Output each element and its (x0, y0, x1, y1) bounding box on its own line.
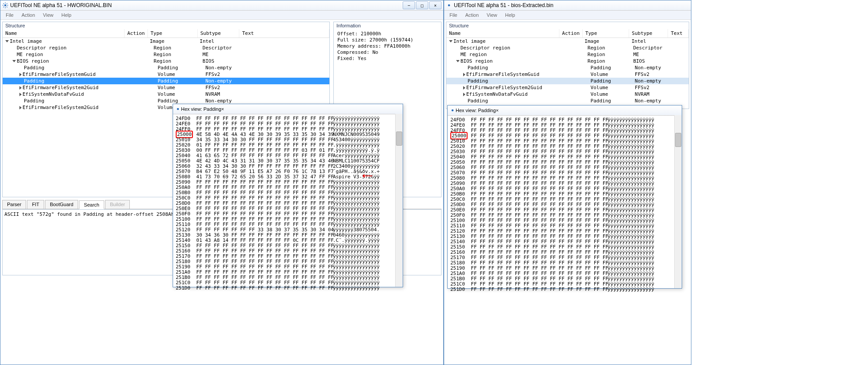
tab-fit[interactable]: FIT (27, 200, 44, 209)
hex-ascii: ÿÿÿÿÿÿÿÿÿÿÿÿÿÿÿÿ (330, 286, 380, 291)
structure-label: Structure (446, 22, 689, 29)
menu-action[interactable]: Action (18, 11, 39, 19)
tree-row[interactable]: Intel imageImageIntel (3, 38, 329, 45)
minimize-button[interactable]: − (403, 1, 415, 9)
tree-row[interactable]: BIOS regionRegionBIOS (3, 58, 329, 64)
tree-row[interactable]: Intel imageImageIntel (446, 38, 689, 45)
tree-row[interactable]: EfiSystemNvDataFvGuidVolumeNVRAM (3, 91, 329, 98)
hex-view-window-left[interactable]: Hex view: Padding × 24FD0 FF FF FF FF FF… (173, 104, 403, 287)
expand-icon[interactable] (19, 73, 22, 76)
tree-body[interactable]: Intel imageImageIntelDescriptor regionRe… (446, 38, 689, 109)
hex-offset: 251D0 (450, 287, 468, 292)
tree-node-name: ME region (17, 52, 43, 57)
tree-node-name: Intel image (453, 38, 486, 44)
tree-node-name: EfiFirmwareFileSystem2Guid (466, 85, 542, 90)
menu-view[interactable]: View (39, 11, 57, 19)
expand-icon[interactable] (19, 93, 22, 96)
menubar: FileActionViewHelp (444, 11, 691, 20)
tree-node-name: EfiFirmwareFileSystem2Guid (23, 85, 98, 90)
tree-row[interactable]: ME regionRegionME (446, 51, 689, 58)
information-text[interactable]: Offset: 210000h Full size: 27000h (15974… (334, 29, 441, 64)
app-icon (2, 2, 8, 8)
tab-bootguard[interactable]: BootGuard (45, 200, 78, 209)
tree-row[interactable]: EfiFirmwareFileSystemGuidVolumeFFSv2 (3, 71, 329, 78)
hex-body[interactable]: 24FD0 FF FF FF FF FF FF FF FF FF FF FF F… (448, 116, 682, 294)
maximize-button[interactable]: □ (416, 1, 428, 9)
hex-view-window-right[interactable]: Hex view: Padding × 24FD0 FF FF FF FF FF… (447, 105, 682, 289)
tree-row[interactable]: ME regionRegionME (3, 51, 329, 58)
menu-action[interactable]: Action (462, 11, 483, 19)
tree-row[interactable]: EfiFirmwareFileSystem2GuidVolumeFFSv2 (3, 84, 329, 91)
tree-row[interactable]: EfiFirmwareFileSystem2GuidVolumeFFSv2 (446, 84, 689, 91)
tree-row[interactable]: BIOS regionRegionBIOS (446, 58, 689, 64)
structure-panel: Structure NameActionTypeSubtypeText Inte… (446, 22, 689, 109)
tree-header[interactable]: NameActionTypeSubtypeText (3, 29, 329, 38)
hex-close-button[interactable]: × (221, 106, 224, 112)
hex-bytes: FF FF FF FF FF FF FF FF FF FF FF FF FF F… (193, 286, 330, 291)
tree-node-name: ME region (460, 52, 487, 57)
titlebar-right[interactable]: UEFITool NE alpha 51 - bios-Extracted.bi… (444, 0, 691, 11)
titlebar-left[interactable]: UEFITool NE alpha 51 - HWORIGINAL.BIN − … (0, 0, 443, 11)
expand-icon[interactable] (19, 106, 22, 109)
tree-row[interactable]: PaddingPaddingNon-empty (446, 64, 689, 71)
search-result-line[interactable]: ASCII text "572g" found in Padding at he… (4, 211, 174, 217)
svg-point-0 (4, 4, 7, 7)
tree-node-name: Descriptor region (17, 45, 67, 51)
column-header-subtype[interactable]: Subtype (198, 29, 240, 38)
menu-view[interactable]: View (483, 11, 501, 19)
expand-icon[interactable] (449, 40, 453, 42)
column-header-subtype[interactable]: Subtype (629, 29, 668, 38)
menu-help[interactable]: Help (502, 11, 519, 19)
tree-node-name: EfiFirmwareFileSystem2Guid (23, 105, 98, 110)
menu-help[interactable]: Help (58, 11, 75, 19)
column-header-action[interactable]: Action (125, 29, 148, 38)
hex-scrollbar[interactable] (674, 115, 682, 288)
column-header-name[interactable]: Name (446, 29, 559, 38)
hex-ascii: ÿÿÿÿÿÿÿÿÿÿÿÿÿÿÿÿ (605, 287, 654, 292)
hex-row[interactable]: 251D0 FF FF FF FF FF FF FF FF FF FF FF F… (450, 287, 679, 292)
tab-parser[interactable]: Parser (2, 200, 26, 209)
tree-row[interactable]: PaddingPaddingNon-empty (3, 78, 329, 84)
hex-scrollbar[interactable] (395, 114, 403, 287)
tree-row[interactable]: PaddingPaddingNon-empty (3, 64, 329, 71)
menu-file[interactable]: File (446, 11, 461, 19)
tab-search[interactable]: Search (79, 200, 104, 209)
tree-row[interactable]: PaddingPaddingNon-empty (446, 78, 689, 84)
menu-file[interactable]: File (2, 11, 17, 19)
hex-row[interactable]: 251D0 FF FF FF FF FF FF FF FF FF FF FF F… (176, 286, 400, 291)
column-header-action[interactable]: Action (559, 29, 583, 38)
window-title: UEFITool NE alpha 51 - HWORIGINAL.BIN (10, 2, 403, 8)
tree-header[interactable]: NameActionTypeSubtypeText (446, 29, 689, 38)
expand-icon[interactable] (463, 86, 465, 90)
expand-icon[interactable] (12, 60, 16, 62)
tree-row[interactable]: PaddingPaddingNon-empty (446, 98, 689, 104)
expand-icon[interactable] (463, 73, 465, 76)
tree-row[interactable]: EfiFirmwareFileSystemGuidVolumeFFSv2 (446, 71, 689, 78)
app-icon (449, 107, 456, 113)
tree-node-name: Intel image (10, 38, 42, 44)
window-title: UEFITool NE alpha 51 - bios-Extracted.bi… (454, 2, 689, 8)
column-header-type[interactable]: Type (148, 29, 198, 38)
close-button[interactable]: × (429, 1, 442, 9)
tree-node-name: EfiSystemNvDataFvGuid (23, 91, 84, 97)
structure-label: Structure (3, 22, 329, 29)
tree-row[interactable]: Descriptor regionRegionDescriptor (3, 45, 329, 51)
column-header-text[interactable]: Text (668, 29, 689, 38)
tree-row[interactable]: EfiSystemNvDataFvGuidVolumeNVRAM (446, 91, 689, 98)
expand-icon[interactable] (19, 86, 22, 90)
hex-bytes: FF FF FF FF FF FF FF FF FF FF FF FF FF F… (468, 287, 605, 292)
tree-node-name: BIOS region (17, 58, 49, 64)
column-header-text[interactable]: Text (239, 29, 329, 38)
svg-point-11 (452, 109, 454, 112)
expand-icon[interactable] (5, 40, 9, 42)
svg-point-9 (177, 108, 179, 110)
column-header-name[interactable]: Name (3, 29, 125, 38)
hex-body[interactable]: 24FD0 FF FF FF FF FF FF FF FF FF FF FF F… (173, 114, 403, 293)
hex-close-button[interactable]: × (496, 108, 498, 113)
column-header-type[interactable]: Type (583, 29, 629, 38)
expand-icon[interactable] (456, 60, 460, 62)
tree-row[interactable]: PaddingPaddingNon-empty (3, 98, 329, 104)
svg-line-5 (3, 3, 4, 4)
expand-icon[interactable] (463, 93, 465, 96)
tree-row[interactable]: Descriptor regionRegionDescriptor (446, 45, 689, 51)
